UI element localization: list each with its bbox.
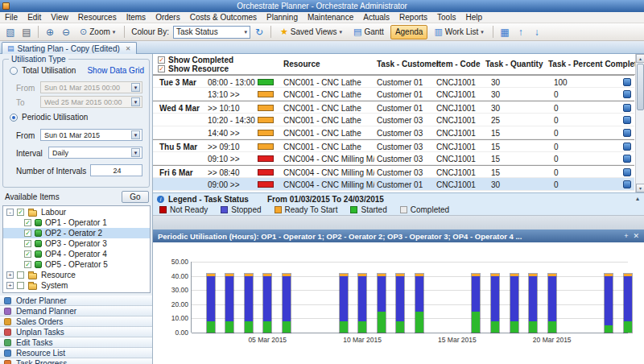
row-detail-icon[interactable] — [623, 155, 631, 163]
expand-node-icon[interactable]: + — [6, 282, 14, 289]
chart-close-icon[interactable]: ✕ — [633, 232, 639, 240]
menu-orders[interactable]: Orders — [151, 12, 185, 23]
pin-icon[interactable]: + — [624, 232, 628, 240]
utilisation-bar[interactable] — [472, 274, 480, 333]
task-row[interactable]: 14:40 >>CNC001 - CNC LatheCustomer 03CNC… — [153, 126, 634, 139]
utilisation-bar[interactable] — [624, 274, 632, 333]
tree-checkbox[interactable]: ✓ — [24, 261, 31, 268]
periodic-from-field[interactable]: Sun 01 Mar 2015 ▾ — [40, 129, 142, 141]
grid-scrollbar[interactable]: ▴ ▾ — [635, 54, 644, 192]
menu-tools[interactable]: Tools — [432, 12, 460, 23]
utilisation-bar[interactable] — [358, 274, 366, 333]
tree-checkbox[interactable]: ✓ — [24, 219, 31, 226]
row-detail-icon[interactable] — [623, 129, 631, 137]
utilisation-bar[interactable] — [207, 274, 215, 333]
row-detail-icon[interactable] — [623, 104, 631, 112]
nav-resource-list[interactable]: Resource List — [0, 348, 152, 358]
tree-item-op4-operator-4[interactable]: ✓OP4 - Operator 4 — [3, 249, 150, 259]
tree-item-op3-operator-3[interactable]: ✓OP3 - Operator 3 — [3, 238, 150, 249]
gantt-button[interactable]: ▤Gantt — [349, 25, 389, 39]
utilisation-bar[interactable] — [548, 274, 556, 333]
utilisation-bar[interactable] — [225, 274, 233, 333]
task-row[interactable]: 09:10 >>CNC004 - CNC Milling M/CCustomer… — [153, 152, 634, 165]
utilisation-bar[interactable] — [263, 274, 271, 333]
nav-edit-tasks[interactable]: Edit Tasks — [0, 337, 152, 348]
dropdown-icon[interactable]: ▾ — [131, 148, 140, 157]
utilisation-bar[interactable] — [415, 274, 423, 333]
tree-checkbox[interactable]: ✓ — [17, 209, 24, 216]
move-down-icon[interactable]: ↓ — [530, 25, 544, 39]
splitter[interactable] — [153, 215, 644, 230]
row-detail-icon[interactable] — [623, 90, 631, 98]
layout-icon[interactable]: ▦ — [497, 25, 512, 39]
tree-item-resource[interactable]: +Resource — [3, 270, 150, 280]
saved-views-button[interactable]: ★Saved Views▾ — [275, 25, 347, 39]
menu-maintenance[interactable]: Maintenance — [303, 12, 358, 23]
num-intervals-input[interactable]: 24 — [90, 164, 142, 176]
go-button[interactable]: Go — [122, 191, 149, 203]
task-row[interactable]: Fri 6 Mar>> 08:40CNC004 - CNC Milling M/… — [153, 165, 634, 178]
utilisation-bar[interactable] — [245, 274, 253, 333]
utilisation-bar[interactable] — [529, 274, 537, 333]
column-header-task-quantity[interactable]: Task - Quantity — [485, 60, 543, 68]
nav-unplan-tasks[interactable]: Unplan Tasks — [0, 327, 152, 337]
menu-file[interactable]: File — [0, 12, 23, 23]
tree-item-op2-oerator-2[interactable]: ✓OP2 - Oerator 2 — [3, 228, 150, 238]
task-row[interactable]: Tue 3 Mar08:00 - 13:00CNC001 - CNC Lathe… — [153, 75, 634, 88]
column-header-task-customer[interactable]: Task - Customer — [377, 60, 440, 68]
expand-node-icon[interactable]: + — [6, 271, 14, 279]
colour-by-select[interactable]: Task Status▾ — [173, 26, 250, 39]
menu-planning[interactable]: Planning — [262, 12, 303, 23]
total-utilisation-radio[interactable] — [10, 67, 18, 75]
tree-item-op5-operator-5[interactable]: ✓OP5 - OPerator 5 — [3, 259, 150, 270]
calendar-dropdown-icon[interactable]: ▾ — [131, 130, 140, 139]
utilisation-bar[interactable] — [605, 274, 613, 333]
collapse-legend-icon[interactable]: ▴ — [636, 195, 639, 202]
show-completed-checkbox[interactable]: ✓ — [158, 56, 165, 64]
tree-checkbox[interactable]: ✓ — [24, 240, 31, 247]
column-header-resource[interactable]: Resource — [283, 60, 320, 68]
tree-checkbox[interactable]: ✓ — [24, 230, 31, 237]
menu-reports[interactable]: Reports — [394, 12, 432, 23]
nav-order-planner[interactable]: Order Planner — [0, 296, 152, 306]
column-header-item-code[interactable]: Item - Code — [436, 60, 480, 68]
scroll-down-icon[interactable]: ▾ — [636, 184, 644, 192]
row-detail-icon[interactable] — [623, 143, 631, 151]
zoom-in-icon[interactable]: ⊕ — [43, 25, 57, 39]
show-resource-checkbox[interactable]: ✓ — [158, 65, 165, 72]
menu-actuals[interactable]: Actuals — [358, 12, 394, 23]
utilisation-bar[interactable] — [491, 274, 499, 333]
tree-item-op1-operator-1[interactable]: ✓OP1 - Operator 1 — [3, 217, 150, 228]
zoom-out-icon[interactable]: ⊖ — [59, 25, 73, 39]
tab-close-icon[interactable]: ✕ — [126, 45, 131, 52]
print-icon[interactable]: ▤ — [19, 25, 34, 39]
agenda-button[interactable]: Agenda — [390, 25, 427, 39]
nav-task-progress[interactable]: Task Progress — [0, 358, 152, 364]
task-row[interactable]: 09:00 >>CNC004 - CNC Milling M/CCustomer… — [153, 178, 634, 191]
menu-view[interactable]: View — [46, 12, 73, 23]
utilisation-bar[interactable] — [396, 274, 404, 333]
move-up-icon[interactable]: ↑ — [514, 25, 528, 39]
utilisation-bar[interactable] — [283, 274, 291, 333]
row-detail-icon[interactable] — [623, 116, 631, 124]
menu-items[interactable]: Items — [122, 12, 151, 23]
row-detail-icon[interactable] — [623, 168, 631, 176]
utilisation-bar[interactable] — [378, 274, 386, 333]
tab-starting-plan[interactable]: ▤ Starting Plan - Copy (Edited) ✕ — [2, 42, 137, 54]
utilisation-bar[interactable] — [340, 274, 348, 333]
nav-sales-orders[interactable]: Sales Orders — [0, 316, 152, 327]
menu-edit[interactable]: Edit — [23, 12, 46, 23]
row-detail-icon[interactable] — [623, 78, 631, 86]
scroll-thumb[interactable] — [637, 64, 644, 110]
scroll-up-icon[interactable]: ▴ — [636, 54, 644, 63]
utilisation-bar[interactable] — [510, 274, 518, 333]
menu-help[interactable]: Help — [460, 12, 487, 23]
collapse-node-icon[interactable]: - — [6, 209, 14, 216]
field-chooser-icon[interactable]: ▧ — [3, 25, 18, 39]
menu-costs-outcomes[interactable]: Costs & Outcomes — [185, 12, 262, 23]
refresh-icon[interactable]: ↻ — [252, 25, 266, 39]
task-row[interactable]: 13:10 >>CNC001 - CNC LatheCustomer 01CNC… — [153, 88, 634, 101]
zoom-button[interactable]: ⊙Zoom▾ — [75, 25, 120, 39]
show-data-grid-link[interactable]: Show Data Grid — [87, 66, 144, 75]
row-detail-icon[interactable] — [623, 180, 631, 188]
